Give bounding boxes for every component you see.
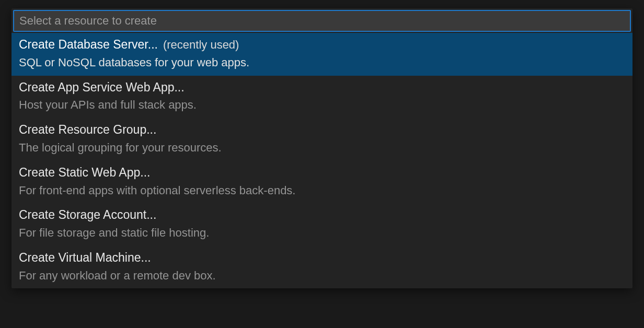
option-title-row: Create App Service Web App...: [19, 80, 625, 96]
option-create-virtual-machine[interactable]: Create Virtual Machine... For any worklo…: [12, 246, 632, 289]
option-title-row: Create Static Web App...: [19, 165, 625, 181]
option-title-row: Create Resource Group...: [19, 122, 625, 138]
option-create-storage-account[interactable]: Create Storage Account... For file stora…: [12, 203, 632, 246]
option-create-static-web-app[interactable]: Create Static Web App... For front-end a…: [12, 161, 632, 204]
option-title: Create Static Web App...: [19, 165, 150, 181]
option-description: For front-end apps with optional serverl…: [19, 183, 625, 198]
option-description: For file storage and static file hosting…: [19, 225, 625, 241]
options-list: Create Database Server... (recently used…: [12, 33, 632, 288]
option-title: Create Database Server...: [19, 37, 158, 53]
option-badge: (recently used): [163, 38, 239, 52]
option-title: Create Resource Group...: [19, 122, 156, 138]
option-create-app-service-web-app[interactable]: Create App Service Web App... Host your …: [12, 76, 632, 119]
search-input[interactable]: [13, 10, 631, 32]
option-description: The logical grouping for your resources.: [19, 140, 625, 156]
option-title: Create App Service Web App...: [19, 80, 185, 96]
search-row: [12, 8, 632, 33]
option-description: For any workload or a remote dev box.: [19, 268, 625, 284]
option-title-row: Create Database Server... (recently used…: [19, 37, 625, 53]
option-description: SQL or NoSQL databases for your web apps…: [19, 55, 625, 71]
option-title: Create Virtual Machine...: [19, 250, 151, 266]
option-description: Host your APIs and full stack apps.: [19, 97, 625, 113]
option-create-database-server[interactable]: Create Database Server... (recently used…: [12, 33, 632, 76]
quick-pick-panel: Create Database Server... (recently used…: [12, 8, 632, 288]
option-create-resource-group[interactable]: Create Resource Group... The logical gro…: [12, 118, 632, 161]
option-title-row: Create Virtual Machine...: [19, 250, 625, 266]
option-title: Create Storage Account...: [19, 207, 156, 223]
option-title-row: Create Storage Account...: [19, 207, 625, 223]
